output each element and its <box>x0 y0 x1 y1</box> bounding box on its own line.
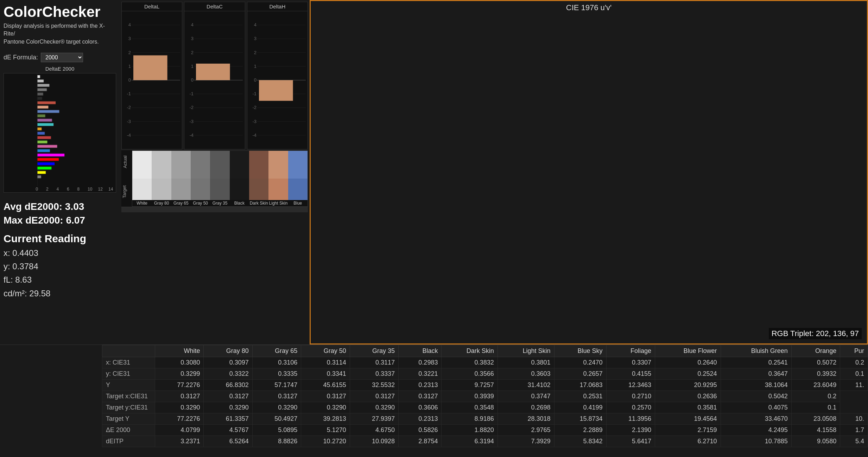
col-header-0 <box>102 345 155 357</box>
scrollbar-area[interactable] <box>121 207 308 212</box>
cell-5-6: 0.2313 <box>399 413 442 425</box>
table-header-row: WhiteGray 80Gray 65Gray 50Gray 35BlackDa… <box>102 345 868 357</box>
delta-chart-title: DeltaE 2000 <box>4 66 116 72</box>
cell-3-13: 0.2 <box>791 391 840 402</box>
cell-2-6: 0.2313 <box>399 380 442 391</box>
delta-c-body <box>184 11 245 149</box>
cell-1-12: 0.3647 <box>721 368 791 380</box>
cell-3-11: 0.2636 <box>655 391 721 402</box>
cell-7-12: 10.7885 <box>721 436 791 447</box>
cell-5-8: 28.3018 <box>498 413 554 425</box>
delta-chart <box>4 73 116 193</box>
cell-3-4: 0.3127 <box>301 391 350 402</box>
cell-2-12: 38.1064 <box>721 380 791 391</box>
cell-6-13: 4.1558 <box>791 425 840 436</box>
cell-0-3: 0.3106 <box>252 357 301 368</box>
cell-4-5: 0.3290 <box>350 402 398 413</box>
cell-5-1: 77.2276 <box>155 413 204 425</box>
table-row-7: dEITP3.23716.52648.882610.272010.09282.8… <box>102 436 868 447</box>
cell-3-9: 0.2531 <box>554 391 606 402</box>
swatch-label-col: Actual Target <box>121 150 132 207</box>
swatch-name-8: Blue <box>288 200 308 206</box>
cell-4-6: 0.3606 <box>399 402 442 413</box>
cell-6-5: 4.6750 <box>350 425 398 436</box>
cell-2-7: 9.7257 <box>442 380 498 391</box>
data-table-wrapper[interactable]: WhiteGray 80Gray 65Gray 50Gray 35BlackDa… <box>102 345 868 457</box>
cell-1-11: 0.2524 <box>655 368 721 380</box>
cell-3-7: 0.3939 <box>442 391 498 402</box>
swatch-target-6: Dark Skin <box>249 179 268 206</box>
cell-5-12: 33.4670 <box>721 413 791 425</box>
table-row-3: Target x:CIE310.31270.31270.31270.31270.… <box>102 391 868 402</box>
cell-1-9: 0.2657 <box>554 368 606 380</box>
cie-panel: CIE 1976 u'v' RGB Triplet: 202, 136, 97 <box>310 0 868 345</box>
formula-select[interactable]: 2000 1976 CMC <box>41 53 83 62</box>
cell-6-10: 2.1390 <box>606 425 655 436</box>
cell-1-14: 0.1 <box>840 368 868 380</box>
col-header-4: Gray 50 <box>301 345 350 357</box>
cell-0-14: 0.2 <box>840 357 868 368</box>
swatch-target-4: Gray 35 <box>210 179 229 206</box>
current-y: y: 0.3784 <box>4 260 116 273</box>
cell-5-7: 8.9186 <box>442 413 498 425</box>
data-table: WhiteGray 80Gray 65Gray 50Gray 35BlackDa… <box>102 345 868 447</box>
cell-1-13: 0.3932 <box>791 368 840 380</box>
cell-5-13: 23.0508 <box>791 413 840 425</box>
cell-6-14: 1.7 <box>840 425 868 436</box>
formula-row: dE Formula: 2000 1976 CMC <box>4 53 116 62</box>
cie-chart-area: RGB Triplet: 202, 136, 97 <box>311 14 867 343</box>
swatch-name-6: Dark Skin <box>249 200 268 206</box>
cell-7-4: 10.2720 <box>301 436 350 447</box>
swatch-actual-0 <box>132 151 152 179</box>
col-header-12: Bluish Green <box>721 345 791 357</box>
cell-3-0: Target x:CIE31 <box>102 391 155 402</box>
app-title: ColorChecker <box>4 4 116 20</box>
cell-3-12: 0.5042 <box>721 391 791 402</box>
cell-3-10: 0.2710 <box>606 391 655 402</box>
col-header-6: Black <box>399 345 442 357</box>
cell-2-0: Y <box>102 380 155 391</box>
cell-6-1: 4.0799 <box>155 425 204 436</box>
cell-4-4: 0.3290 <box>301 402 350 413</box>
cell-1-3: 0.3335 <box>252 368 301 380</box>
cell-0-0: x: CIE31 <box>102 357 155 368</box>
swatch-target-2: Gray 65 <box>171 179 191 206</box>
cell-2-2: 66.8302 <box>204 380 252 391</box>
cell-0-11: 0.2640 <box>655 357 721 368</box>
cell-2-8: 31.4102 <box>498 380 554 391</box>
left-panel: ColorChecker Display analysis is perform… <box>0 0 120 345</box>
cell-6-8: 2.9765 <box>498 425 554 436</box>
cell-6-2: 4.5767 <box>204 425 252 436</box>
cell-3-1: 0.3127 <box>155 391 204 402</box>
cell-5-3: 50.4927 <box>252 413 301 425</box>
cell-5-10: 11.3956 <box>606 413 655 425</box>
cell-5-2: 61.3357 <box>204 413 252 425</box>
cell-7-2: 6.5264 <box>204 436 252 447</box>
current-cd: cd/m²: 29.58 <box>4 287 116 300</box>
cell-5-4: 39.2813 <box>301 413 350 425</box>
cell-1-2: 0.3322 <box>204 368 252 380</box>
cell-0-6: 0.2983 <box>399 357 442 368</box>
delta-h-chart: DeltaH <box>247 2 308 149</box>
cell-1-0: y: CIE31 <box>102 368 155 380</box>
table-left-spacer <box>0 345 102 457</box>
cell-6-9: 2.2889 <box>554 425 606 436</box>
col-header-9: Blue Sky <box>554 345 606 357</box>
cell-7-9: 5.8342 <box>554 436 606 447</box>
cell-4-12: 0.4075 <box>721 402 791 413</box>
table-row-5: Target Y77.227661.335750.492739.281327.9… <box>102 413 868 425</box>
delta-c-title: DeltaC <box>184 2 245 11</box>
table-row-2: Y77.227666.830257.174745.615532.55320.23… <box>102 380 868 391</box>
cell-2-14: 11. <box>840 380 868 391</box>
delta-h-body <box>247 11 308 149</box>
cell-6-4: 5.1270 <box>301 425 350 436</box>
swatch-actual-8 <box>288 151 308 179</box>
cell-2-4: 45.6155 <box>301 380 350 391</box>
current-reading-title: Current Reading <box>4 233 116 245</box>
current-x: x: 0.4403 <box>4 246 116 260</box>
cell-2-1: 77.2276 <box>155 380 204 391</box>
col-header-7: Dark Skin <box>442 345 498 357</box>
cell-4-10: 0.2570 <box>606 402 655 413</box>
cell-2-5: 32.5532 <box>350 380 398 391</box>
swatch-actual-2 <box>171 151 191 179</box>
